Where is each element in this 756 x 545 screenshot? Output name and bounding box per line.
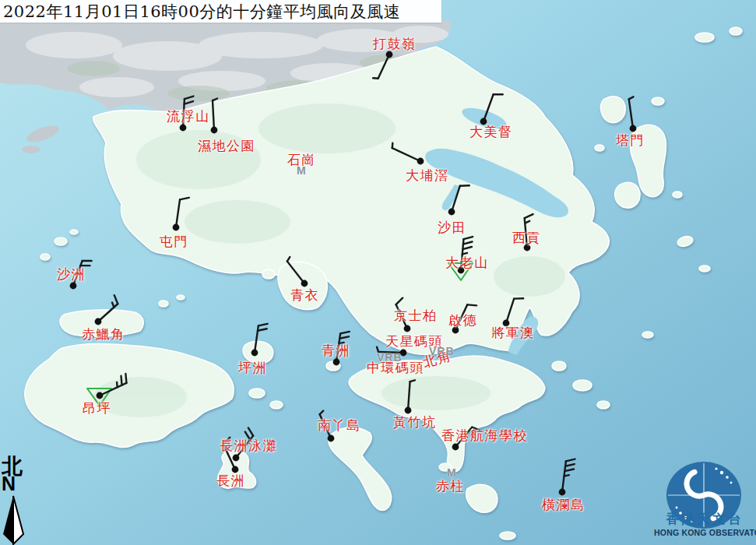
wind-barb-line: [392, 143, 393, 148]
station-dot: [400, 350, 407, 357]
hong-kong-map: [0, 0, 756, 545]
hko-logo-text: 香港天文台 HONG KONG OBSERVATORY: [654, 511, 756, 537]
station-dot: [301, 280, 308, 287]
wind-barb-line: [467, 304, 476, 305]
wind-barb-line: [378, 352, 403, 353]
station-dot: [232, 466, 239, 473]
station-dot: [70, 283, 77, 290]
station-dot: [328, 435, 335, 442]
station-dot: [404, 325, 411, 332]
station-dot: [180, 125, 187, 132]
station-dot: [503, 320, 510, 327]
station-dot: [452, 327, 459, 334]
title-strip: 2022年11月01日16時00分的十分鐘平均風向及風速: [0, 0, 441, 23]
wind-map: 打鼓嶺流浮山濕地公園石崗M大美督塔門大埔滘沙田西貢大老山屯門沙洲青衣赤鱲角坪洲青…: [0, 0, 756, 545]
hko-logo-name-en: HONG KONG OBSERVATORY: [654, 528, 756, 537]
station-dot: [97, 392, 104, 399]
wind-barb-line: [121, 376, 122, 385]
station-dot: [630, 125, 637, 132]
airport-island: [60, 310, 143, 336]
station-dot: [405, 407, 412, 414]
station-dot: [524, 244, 531, 251]
station-dot: [452, 444, 459, 451]
wind-barb-line: [117, 382, 118, 387]
station-dot: [417, 158, 424, 165]
wind-barb-line: [462, 253, 467, 255]
station-dot: [458, 267, 465, 274]
hko-logo-name-cjk: 香港天文台: [654, 512, 756, 528]
station-dot: [251, 350, 258, 357]
station-dot: [211, 127, 218, 134]
compass: 北 N: [2, 456, 33, 492]
map-title: 2022年11月01日16時00分的十分鐘平均風向及風速: [0, 1, 400, 23]
station-dot: [95, 318, 102, 325]
station-dot: [333, 359, 340, 366]
station-dot: [480, 118, 487, 125]
station-dot: [448, 209, 455, 216]
wind-barb-line: [373, 78, 378, 79]
station-dot: [173, 224, 180, 231]
station-dot: [559, 489, 566, 496]
wind-barb-line: [125, 374, 126, 383]
station-dot: [386, 51, 393, 58]
station-dot: [233, 455, 240, 462]
wind-barb-line: [564, 475, 568, 476]
wind-barb-line: [339, 343, 343, 343]
